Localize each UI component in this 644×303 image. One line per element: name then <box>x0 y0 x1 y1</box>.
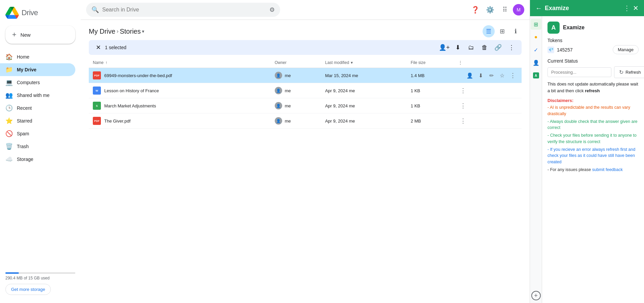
row-more-button[interactable]: ⋮ <box>508 71 518 80</box>
sidebar-item-trash[interactable]: 🗑️ Trash <box>0 140 75 153</box>
table-row[interactable]: S March Market Adjustments 👤 me Apr 9, 2… <box>89 98 522 113</box>
last-modified-column-header[interactable]: Last modified ▾ <box>321 58 407 68</box>
new-button[interactable]: + New <box>5 26 75 44</box>
sidebar-item-shared-with-me[interactable]: 👥 Shared with me <box>0 89 75 102</box>
search-input[interactable] <box>102 7 266 13</box>
file-name-cell: PDF 69949-monsters-under-the-bed.pdf <box>89 68 271 83</box>
processing-field[interactable] <box>547 67 611 77</box>
breadcrumb-parent[interactable]: My Drive <box>89 28 115 35</box>
examize-tab-grid[interactable]: ⊞ <box>531 19 541 30</box>
row-more-button[interactable]: ⋮ <box>458 101 468 110</box>
breadcrumb-dropdown-icon: ▾ <box>142 29 144 34</box>
file-size-cell: 2 MB <box>407 113 454 129</box>
status-row: ↻ Refresh <box>547 66 639 78</box>
owner-name: me <box>285 88 291 93</box>
computers-icon: 💻 <box>5 79 12 86</box>
info-button[interactable]: ℹ <box>509 25 522 37</box>
examize-back-button[interactable]: ← <box>535 4 542 12</box>
sort-icon[interactable]: ↑ <box>105 60 107 65</box>
sidebar-item-shared-label: Shared with me <box>17 93 49 98</box>
move-to-drive-button[interactable]: 🗂 <box>465 41 477 54</box>
get-link-button[interactable]: 🔗 <box>492 41 504 54</box>
actions-cell: ⋮ <box>454 98 522 113</box>
actions-cell: ⋮ <box>454 113 522 129</box>
tokens-row: 💎 145257 Manage <box>547 45 639 54</box>
tokens-label: Tokens <box>547 38 639 43</box>
more-icon: ⋮ <box>508 44 515 51</box>
examize-close-button[interactable]: ✕ <box>633 4 639 12</box>
disclaimers-section: Disclaimers: - AI is unpredictable and t… <box>547 98 639 173</box>
sidebar-item-starred-label: Starred <box>17 118 32 124</box>
row-download-button[interactable]: ⬇ <box>476 71 485 80</box>
sidebar-nav: 🏠 Home 📁 My Drive 💻 Computers 👥 Shared w… <box>0 50 81 166</box>
sidebar-item-storage-label: Storage <box>17 157 33 162</box>
examize-tab-person[interactable]: 👤 <box>531 57 541 68</box>
sidebar-item-home[interactable]: 🏠 Home <box>0 50 75 63</box>
refresh-button[interactable]: ↻ Refresh <box>614 66 644 78</box>
avatar[interactable]: M <box>513 4 524 15</box>
sidebar: Drive + New 🏠 Home 📁 My Drive 💻 Computer… <box>0 0 81 303</box>
examize-more-button[interactable]: ⋮ <box>623 4 630 12</box>
table-row[interactable]: W Lesson on History of France 👤 me Apr 9… <box>89 83 522 98</box>
modified-sort-icon[interactable]: ▾ <box>351 60 353 65</box>
breadcrumb-current[interactable]: Stories ▾ <box>120 28 144 35</box>
disclaimer-3: - Check your files before sending it to … <box>547 132 639 145</box>
share-person-button[interactable]: 👤 <box>465 71 475 80</box>
last-modified-cell: Apr 9, 2024 me <box>321 83 407 98</box>
selection-count: 1 selected <box>105 45 126 50</box>
pdf-icon: PDF <box>93 117 101 125</box>
name-column-header: Name ↑ <box>89 58 271 68</box>
refresh-icon: ↻ <box>619 69 623 75</box>
help-button[interactable]: ❓ <box>468 3 482 16</box>
share-button[interactable]: 👤+ <box>438 41 450 54</box>
get-more-storage-button[interactable]: Get more storage <box>5 284 51 295</box>
search-filter-icon[interactable]: ⚙ <box>269 6 275 13</box>
examize-tab-yellow[interactable]: ● <box>531 32 541 42</box>
manage-button[interactable]: Manage <box>613 45 639 54</box>
file-size-cell: 1 KB <box>407 83 454 98</box>
sidebar-item-spam[interactable]: 🚫 Spam <box>0 127 75 140</box>
examize-tab-blue[interactable]: ✓ <box>531 44 541 55</box>
row-edit-button[interactable]: ✏ <box>487 71 496 80</box>
settings-button[interactable]: ⚙️ <box>483 3 497 16</box>
examize-tab-app[interactable]: A <box>531 70 541 81</box>
current-status-section: Current Status ↻ Refresh This does not u… <box>547 58 639 94</box>
submit-feedback-link[interactable]: submit feedback <box>592 167 623 172</box>
spam-icon: 🚫 <box>5 130 12 137</box>
sidebar-item-starred[interactable]: ⭐ Starred <box>0 114 75 127</box>
file-name: 69949-monsters-under-the-bed.pdf <box>104 73 172 78</box>
new-label: New <box>21 32 31 38</box>
sidebar-item-storage[interactable]: ☁️ Storage <box>0 153 75 166</box>
row-star-button[interactable]: ☆ <box>497 71 507 80</box>
disclaimer-2: - Always double check that the answer gi… <box>547 119 639 131</box>
grid-view-icon: ⊞ <box>500 28 505 35</box>
token-icon: 💎 <box>547 46 554 53</box>
apps-button[interactable]: ⠿ <box>498 3 512 16</box>
refresh-label: Refresh <box>626 70 641 75</box>
column-more-icon[interactable]: ⋮ <box>458 60 462 65</box>
header: 🔍 ⚙ ❓ ⚙️ ⠿ M <box>81 0 530 20</box>
row-more-button[interactable]: ⋮ <box>458 86 468 95</box>
recent-icon: 🕒 <box>5 104 12 112</box>
current-status-label: Current Status <box>547 58 639 64</box>
row-more-button[interactable]: ⋮ <box>458 116 468 126</box>
owner-name: me <box>285 73 291 78</box>
download-button[interactable]: ⬇ <box>452 41 464 54</box>
actions-column-header: ⋮ <box>454 58 522 68</box>
search-icon: 🔍 <box>91 6 99 13</box>
app-logo-text: Drive <box>22 8 38 17</box>
table-row[interactable]: PDF 69949-monsters-under-the-bed.pdf 👤 m… <box>89 68 522 83</box>
more-options-button[interactable]: ⋮ <box>505 41 518 54</box>
sidebar-item-my-drive[interactable]: 📁 My Drive <box>0 63 75 76</box>
grid-view-button[interactable]: ⊞ <box>496 25 508 37</box>
sidebar-item-computers[interactable]: 💻 Computers <box>0 76 75 89</box>
table-row[interactable]: PDF The Giver.pdf 👤 me Apr 9, 2024 me 2 … <box>89 113 522 129</box>
list-view-button[interactable]: ☰ <box>483 25 495 37</box>
apps-icon: ⠿ <box>502 6 507 14</box>
deselect-button[interactable]: ✕ <box>93 42 104 53</box>
delete-button[interactable]: 🗑 <box>479 41 491 54</box>
sidebar-item-home-label: Home <box>17 54 29 60</box>
sidebar-item-recent[interactable]: 🕒 Recent <box>0 102 75 114</box>
token-value: 145257 <box>557 47 573 53</box>
examize-add-tab-button[interactable]: + <box>531 291 541 300</box>
